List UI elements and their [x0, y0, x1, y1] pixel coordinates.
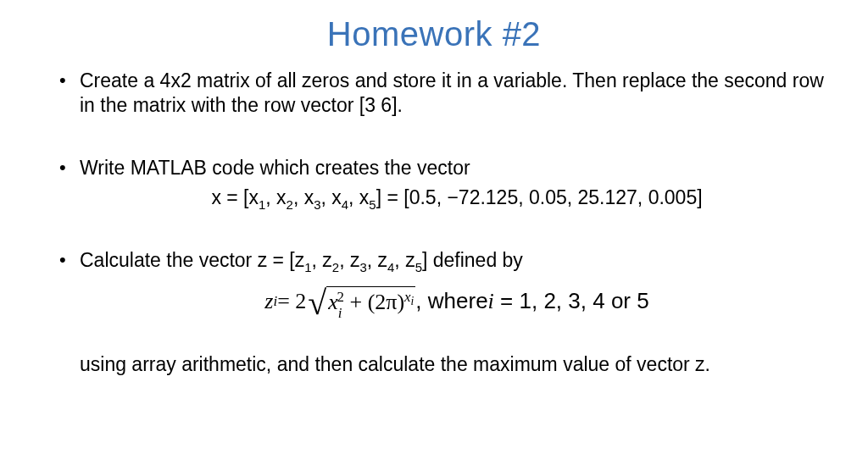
- continuation-text: using array arithmetic, and then calcula…: [80, 353, 834, 376]
- sep: ,: [312, 249, 323, 271]
- bullet-3: Calculate the vector z = [z1, z2, z3, z4…: [59, 248, 834, 317]
- eq-lhs: x = [x: [211, 186, 259, 208]
- z-var: z: [264, 287, 273, 315]
- bullet-1-text: Create a 4x2 matrix of all zeros and sto…: [80, 69, 824, 116]
- eq-rhs: ] = [0.5, −72.125, 0.05, 25.127, 0.005]: [376, 186, 703, 208]
- z-sub-2: 2: [332, 259, 339, 274]
- sub-4: 4: [342, 197, 348, 212]
- rad-plus: +: [344, 290, 368, 314]
- radicand: xi2 + (2π)xi: [326, 286, 415, 316]
- sub-5: 5: [369, 197, 376, 212]
- bullet-3-lead: Calculate the vector z = [z: [80, 249, 304, 271]
- sep: ,: [394, 249, 405, 271]
- bullet-2: Write MATLAB code which creates the vect…: [59, 156, 834, 211]
- where-text: , where: [415, 287, 487, 315]
- rad-x-sub: i: [338, 305, 342, 321]
- vector-x-equation: x = [x1, x2, x3, x4, x5] = [0.5, −72.125…: [80, 185, 834, 210]
- sep: ,: [367, 249, 378, 271]
- sep: ,: [339, 249, 350, 271]
- sep: ,: [348, 186, 359, 208]
- z-sub-5: 5: [415, 259, 422, 274]
- z-sub-1: 1: [304, 259, 311, 274]
- slide: Homework #2 Create a 4x2 matrix of all z…: [0, 0, 868, 476]
- bullet-1: Create a 4x2 matrix of all zeros and sto…: [59, 69, 834, 119]
- bullet-list: Create a 4x2 matrix of all zeros and sto…: [34, 69, 834, 316]
- rad-x-sup: 2: [337, 289, 344, 305]
- two-pi-exp: xi: [404, 289, 414, 305]
- sep: ,: [293, 186, 304, 208]
- sub-2: 2: [287, 197, 293, 212]
- z-sub-3: 3: [359, 259, 366, 274]
- sep: ,: [320, 186, 331, 208]
- two-pi: (2π): [368, 290, 404, 314]
- bullet-2-text: Write MATLAB code which creates the vect…: [80, 157, 470, 179]
- eq-2: = 2: [277, 287, 306, 315]
- i-eq: i = 1, 2, 3, 4 or 5: [488, 287, 649, 315]
- page-title: Homework #2: [34, 15, 834, 53]
- sep: ,: [265, 186, 276, 208]
- z-formula: zi = 2√xi2 + (2π)xi , where i = 1, 2, 3,…: [80, 286, 834, 316]
- bullet-3-after: ] defined by: [422, 249, 523, 271]
